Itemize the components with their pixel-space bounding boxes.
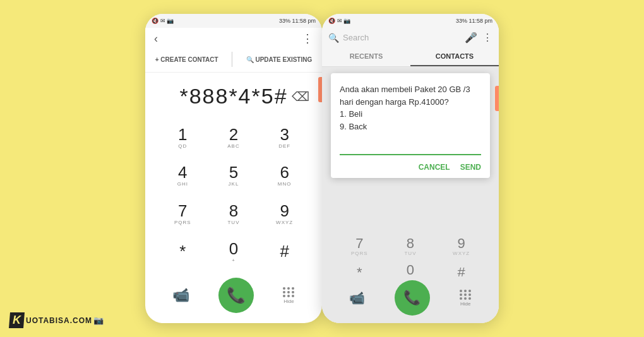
phone2-status-bar: 🔇 ✉ 📷 33% 11:58 pm bbox=[322, 14, 499, 28]
dialog-actions: CANCEL SEND bbox=[340, 163, 481, 172]
create-contact-button[interactable]: + CREATE CONTACT bbox=[155, 56, 218, 63]
update-existing-button[interactable]: 🔍 UPDATE EXISTING bbox=[246, 56, 313, 63]
dialog-message: Anda akan membeli Paket 20 GB /3hari den… bbox=[340, 83, 481, 133]
search-icon: 🔍 bbox=[328, 33, 339, 43]
call-icon-p2: 📞 bbox=[403, 290, 420, 306]
phone2-status-right: 33% 11:58 pm bbox=[456, 18, 492, 24]
key-6[interactable]: 6MNO bbox=[259, 157, 309, 194]
hide-label: Hide bbox=[283, 299, 294, 304]
watermark-logo: K bbox=[9, 312, 25, 328]
video-call-icon-p2[interactable]: 📹 bbox=[349, 290, 365, 305]
more-button[interactable]: ⋮ bbox=[302, 32, 313, 45]
key-1[interactable]: 1QD bbox=[158, 119, 208, 156]
key-star[interactable]: * bbox=[158, 234, 208, 271]
watermark-text: UOTABISA.COM bbox=[26, 316, 92, 325]
dialog-input[interactable] bbox=[340, 141, 481, 155]
cancel-button[interactable]: CANCEL bbox=[419, 163, 450, 172]
video-call-icon[interactable]: 📹 bbox=[172, 287, 189, 304]
search-placeholder: Search bbox=[343, 33, 369, 42]
dial-display: *888*4*5# ⌫ bbox=[145, 73, 322, 116]
key-8-p2[interactable]: 8TUV bbox=[386, 234, 436, 259]
phone2-status-left: 🔇 ✉ 📷 bbox=[328, 18, 350, 24]
key-8[interactable]: 8TUV bbox=[209, 195, 259, 232]
key-3[interactable]: 3DEF bbox=[259, 119, 309, 156]
dialed-number: *888*4*5# bbox=[179, 84, 287, 109]
mic-icon[interactable]: 🎤 bbox=[465, 32, 477, 44]
main-container: 🔇 ✉ 📷 33% 11:58 pm ‹ ⋮ + CREATE CONTACT … bbox=[0, 0, 644, 337]
more-options-icon[interactable]: ⋮ bbox=[482, 32, 492, 44]
phone1-status-right: 33% 11:58 pm bbox=[279, 18, 316, 24]
phone2-tabs: RECENTS CONTACTS bbox=[322, 47, 499, 67]
phone1: 🔇 ✉ 📷 33% 11:58 pm ‹ ⋮ + CREATE CONTACT … bbox=[145, 14, 322, 323]
key-5[interactable]: 5JKL bbox=[209, 157, 259, 194]
grid-icon bbox=[283, 287, 295, 297]
key-4[interactable]: 4GHI bbox=[158, 157, 208, 194]
key-9-p2[interactable]: 9WXYZ bbox=[436, 234, 486, 259]
key-9[interactable]: 9WXYZ bbox=[259, 195, 309, 232]
key-hash[interactable]: # bbox=[259, 234, 309, 271]
grid-icon-p2 bbox=[460, 290, 472, 300]
contact-actions-bar: + CREATE CONTACT 🔍 UPDATE EXISTING bbox=[145, 49, 322, 73]
phone2-search-bar: 🔍 Search 🎤 ⋮ bbox=[322, 28, 499, 47]
keypad: 1QD 2ABC 3DEF 4GHI 5JKL 6MNO 7PQRS 8TUV … bbox=[145, 116, 322, 273]
tab-contacts[interactable]: CONTACTS bbox=[410, 47, 499, 66]
ussd-dialog: Anda akan membeli Paket 20 GB /3hari den… bbox=[331, 73, 490, 178]
send-button[interactable]: SEND bbox=[460, 163, 481, 172]
color-tab-2 bbox=[495, 86, 499, 111]
tab-recents[interactable]: RECENTS bbox=[322, 47, 410, 66]
back-button[interactable]: ‹ bbox=[154, 32, 158, 45]
call-button-p2[interactable]: 📞 bbox=[395, 280, 430, 316]
watermark-cam-icon: 📷 bbox=[93, 316, 104, 325]
hide-button[interactable]: Hide bbox=[283, 287, 295, 304]
divider bbox=[232, 52, 232, 67]
phone2-content: Anda akan membeli Paket 20 GB /3hari den… bbox=[322, 67, 499, 323]
phone1-header: ‹ ⋮ bbox=[145, 28, 322, 49]
backspace-button[interactable]: ⌫ bbox=[292, 89, 309, 104]
phone1-bottom-bar: 📹 📞 Hide bbox=[145, 273, 322, 323]
watermark: K UOTABISA.COM 📷 bbox=[9, 312, 104, 328]
key-2[interactable]: 2ABC bbox=[209, 119, 259, 156]
hide-label-p2: Hide bbox=[460, 301, 470, 307]
phone2: 🔇 ✉ 📷 33% 11:58 pm 🔍 Search 🎤 ⋮ RECENTS … bbox=[322, 14, 499, 323]
call-button[interactable]: 📞 bbox=[218, 278, 254, 313]
key-7[interactable]: 7PQRS bbox=[158, 195, 208, 232]
call-icon: 📞 bbox=[227, 287, 246, 304]
phone2-bottom-bar: 📹 📞 Hide bbox=[322, 276, 499, 323]
key-7-p2[interactable]: 7PQRS bbox=[335, 234, 385, 259]
key-0[interactable]: 0+ bbox=[209, 234, 259, 271]
phone1-status-left: 🔇 ✉ 📷 bbox=[152, 18, 174, 24]
search-container: 🔍 Search bbox=[328, 33, 460, 43]
phone1-status-bar: 🔇 ✉ 📷 33% 11:58 pm bbox=[145, 14, 322, 28]
hide-button-p2[interactable]: Hide bbox=[460, 290, 472, 307]
